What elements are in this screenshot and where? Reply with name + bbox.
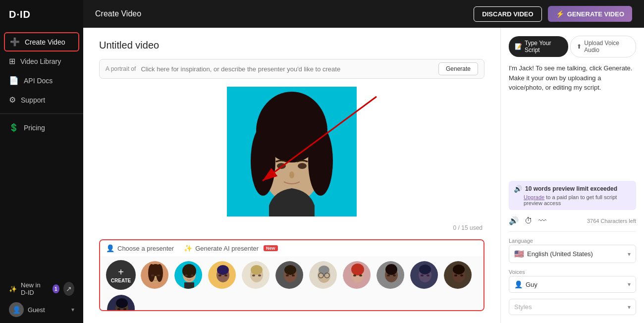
sidebar-item-label: Support — [21, 96, 45, 104]
guest-row[interactable]: 👤 Guest ▾ — [9, 302, 74, 317]
styles-dropdown[interactable]: Styles ▾ — [509, 299, 636, 315]
svg-point-8 — [298, 163, 307, 169]
script-tabs: 📝 Type Your Script ⬆ Upload Voice Audio — [509, 36, 636, 57]
choose-presenter-tab[interactable]: 👤 Choose a presenter — [106, 244, 174, 252]
language-section: Language 🇺🇸 English (United States) ▾ — [509, 238, 636, 263]
svg-point-17 — [151, 274, 154, 276]
voice-section: Voices 👤 Guy ▾ — [509, 269, 636, 293]
waveform-button[interactable]: 〰 — [538, 216, 546, 225]
sidebar-item-label: API Docs — [24, 77, 53, 85]
avatar-4[interactable] — [241, 260, 270, 290]
avatar-3[interactable] — [207, 260, 237, 290]
plus-icon: ➕ — [10, 37, 20, 47]
divider — [509, 231, 636, 232]
svg-rect-24 — [184, 282, 194, 290]
sidebar-item-label: Create Video — [25, 38, 65, 46]
generate-video-button[interactable]: ⚡ GENERATE VIDEO — [548, 6, 632, 22]
svg-point-34 — [258, 274, 261, 276]
chevron-icon: ▾ — [71, 306, 74, 313]
styles-chevron-icon: ▾ — [628, 304, 631, 311]
tab-script-label: Type Your Script — [525, 40, 562, 54]
new-badge: 1 — [53, 284, 59, 293]
avatar-5[interactable] — [274, 260, 304, 290]
upgrade-link[interactable]: Upgrade — [524, 194, 544, 200]
new-in-did[interactable]: ✨ New in D-ID 1 ↗ — [9, 281, 74, 296]
svg-point-48 — [351, 264, 364, 275]
plus-icon: + — [118, 267, 124, 278]
gear-icon: ⚙ — [9, 95, 16, 105]
svg-point-58 — [419, 265, 431, 274]
sidebar-item-create-video[interactable]: ➕ Create Video — [4, 32, 79, 52]
guest-name: Guest — [28, 306, 67, 314]
sidebar-item-pricing[interactable]: 💲 Pricing — [0, 118, 83, 137]
tab-type-script[interactable]: 📝 Type Your Script — [509, 36, 568, 57]
page-title: Create Video — [95, 9, 141, 18]
sidebar-item-api-docs[interactable]: 📄 API Docs — [0, 71, 83, 90]
logo: D·ID — [0, 0, 83, 28]
script-textarea[interactable] — [509, 63, 636, 175]
clock-button[interactable]: ⏱ — [525, 216, 533, 225]
dollar-icon: 💲 — [9, 123, 19, 132]
svg-point-29 — [224, 274, 227, 276]
language-dropdown[interactable]: 🇺🇸 English (United States) ▾ — [509, 245, 636, 263]
svg-point-23 — [191, 274, 194, 276]
svg-point-28 — [218, 274, 221, 276]
avatar-11[interactable] — [106, 294, 136, 311]
voice-value: Guy — [526, 281, 537, 288]
portrait-input[interactable] — [141, 65, 433, 73]
language-left: 🇺🇸 English (United States) — [514, 249, 593, 259]
avatar-7[interactable] — [342, 260, 372, 290]
sidebar: D·ID ➕ Create Video ⊞ Video Library 📄 AP… — [0, 0, 83, 323]
sidebar-nav: ➕ Create Video ⊞ Video Library 📄 API Doc… — [0, 28, 83, 275]
presenter-tabs: 👤 Choose a presenter ✨ Generate AI prese… — [100, 240, 483, 256]
svg-point-50 — [359, 274, 362, 276]
svg-point-16 — [149, 264, 162, 276]
lightning-icon: ⚡ — [556, 10, 564, 18]
voice-left: 👤 Guy — [514, 280, 537, 288]
warning-title: 🔊 10 words preview limit exceeded — [514, 185, 631, 193]
main-content: Create Video DISCARD VIDEO ⚡ GENERATE VI… — [83, 0, 644, 323]
sidebar-item-video-library[interactable]: ⊞ Video Library — [0, 52, 83, 71]
generate-ai-presenter-tab[interactable]: ✨ Generate AI presenter New — [184, 244, 277, 252]
discard-video-button[interactable]: DISCARD VIDEO — [474, 6, 541, 22]
volume-button[interactable]: 🔊 — [509, 216, 519, 225]
svg-point-39 — [292, 274, 295, 276]
avatar-10[interactable] — [443, 260, 473, 290]
svg-point-7 — [277, 163, 286, 169]
tab-audio-label: Upload Voice Audio — [584, 40, 630, 54]
tab-upload-audio[interactable]: ⬆ Upload Voice Audio — [570, 36, 636, 57]
new-tag: New — [264, 245, 278, 251]
avatar-1[interactable] — [140, 260, 169, 290]
portrait-generate-button[interactable]: Generate — [438, 62, 478, 75]
svg-point-33 — [252, 274, 255, 276]
svg-point-53 — [385, 264, 397, 275]
warning-banner: 🔊 10 words preview limit exceeded Upgrad… — [509, 181, 636, 210]
svg-point-59 — [421, 274, 424, 276]
chars-left: 3764 Characters left — [587, 218, 636, 224]
header: Create Video DISCARD VIDEO ⚡ GENERATE VI… — [83, 0, 644, 28]
svg-point-69 — [117, 308, 120, 310]
doc-icon: 📄 — [9, 76, 19, 85]
page-body: Untitled video A portrait of Generate — [83, 28, 644, 323]
avatar-8[interactable] — [376, 260, 405, 290]
logo-text: D·ID — [9, 9, 31, 20]
styles-section: Styles ▾ — [509, 299, 636, 315]
sidebar-item-label: Pricing — [24, 124, 45, 132]
usage-count: 0 / 15 used — [99, 224, 484, 231]
us-flag-icon: 🇺🇸 — [514, 249, 524, 259]
svg-point-54 — [387, 274, 390, 276]
audio-controls: 🔊 ⏱ 〰 3764 Characters left — [509, 216, 636, 225]
sidebar-item-support[interactable]: ⚙ Support — [0, 90, 83, 109]
svg-point-27 — [217, 265, 229, 275]
create-avatar-button[interactable]: + CREATE — [106, 260, 136, 290]
voice-dropdown[interactable]: 👤 Guy ▾ — [509, 276, 636, 293]
svg-point-63 — [453, 265, 465, 274]
header-actions: DISCARD VIDEO ⚡ GENERATE VIDEO — [474, 6, 632, 22]
redirect-button[interactable]: ↗ — [63, 282, 74, 296]
avatar-9[interactable] — [409, 260, 439, 290]
avatar-2[interactable] — [173, 260, 203, 290]
avatar: 👤 — [9, 302, 24, 317]
language-value: English (United States) — [527, 250, 593, 258]
presenter-image — [227, 87, 357, 216]
avatar-6[interactable] — [308, 260, 338, 290]
